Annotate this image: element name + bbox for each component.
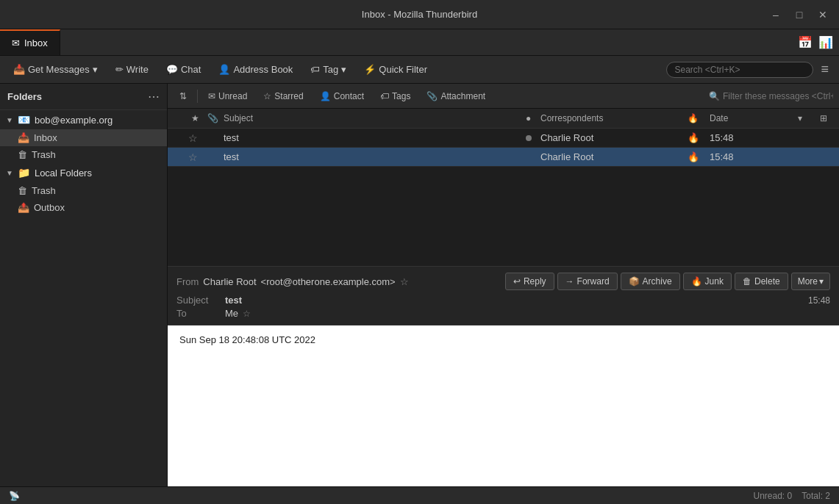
contact-filter-icon: 👤	[320, 91, 331, 101]
junk-button[interactable]: 🔥 Junk	[683, 273, 732, 290]
toolbar-divider-1	[197, 90, 198, 103]
junk-label: Junk	[705, 276, 724, 287]
unread-count: Unread: 0	[753, 491, 792, 501]
col-subject[interactable]: Subject	[221, 112, 523, 125]
write-button[interactable]: ✏ Write	[108, 61, 156, 78]
close-button[interactable]: ✕	[813, 4, 833, 25]
account-icon: 📧	[18, 114, 30, 126]
table-row[interactable]: ☆ test Charlie Root 🔥 15:48	[168, 129, 839, 148]
star-cell[interactable]: ☆	[188, 132, 204, 144]
inbox-folder-icon: 📥	[18, 132, 29, 143]
calendar-icon[interactable]: 📅	[798, 35, 813, 49]
from-email: <root@otherone.example.com>	[261, 276, 396, 287]
search-input[interactable]	[666, 62, 813, 78]
quick-filter-icon: ⚡	[364, 64, 376, 75]
address-book-button[interactable]: 👤 Address Book	[211, 61, 300, 78]
sidebar-menu-icon[interactable]: ⋯	[148, 90, 160, 104]
get-messages-button[interactable]: 📥 Get Messages ▾	[6, 61, 105, 78]
chat-button[interactable]: 💬 Chat	[159, 61, 208, 78]
local-folders-label: Local Folders	[35, 168, 92, 179]
inbox-folder-label: Inbox	[34, 132, 57, 143]
delete-button[interactable]: 🗑 Delete	[735, 273, 788, 290]
forward-icon: →	[565, 276, 574, 287]
email-detail-actions: From Charlie Root <root@otherone.example…	[176, 273, 830, 290]
col-date[interactable]: Date	[707, 112, 795, 125]
unread-filter-button[interactable]: ✉ Unread	[202, 89, 253, 104]
tags-filter-button[interactable]: 🏷 Tags	[374, 89, 416, 104]
attachment-cell	[204, 156, 221, 159]
total-count: Total: 2	[801, 491, 830, 501]
correspondent-cell: Charlie Root	[538, 131, 685, 145]
col-star[interactable]: ★	[188, 112, 204, 125]
tasks-icon[interactable]: 📊	[818, 35, 833, 49]
col-attachment[interactable]: 📎	[204, 112, 221, 125]
more-button[interactable]: More ▾	[791, 273, 830, 290]
sort-button[interactable]: ⇅	[174, 89, 193, 104]
sidebar-item-trash-local[interactable]: 🗑 Trash	[0, 182, 167, 199]
table-row[interactable]: ☆ test Charlie Root 🔥 15:48	[168, 148, 839, 167]
extra1-cell	[795, 137, 817, 140]
delete-label: Delete	[754, 276, 780, 287]
account-chevron-icon: ▼	[6, 116, 13, 124]
get-messages-dropdown-icon: ▾	[93, 64, 98, 75]
from-label: From	[176, 276, 199, 287]
archive-label: Archive	[643, 276, 672, 287]
to-star-icon[interactable]: ☆	[243, 309, 251, 319]
local-folders-icon: 📁	[18, 167, 30, 179]
maximize-button[interactable]: □	[789, 4, 810, 25]
archive-icon: 📦	[629, 276, 640, 287]
junk-icon: 🔥	[691, 276, 702, 287]
col-thread[interactable]	[174, 117, 188, 120]
toolbar-menu-button[interactable]: ≡	[816, 59, 833, 80]
sort-icon: ⇅	[179, 91, 187, 101]
more-label: More	[798, 276, 818, 287]
message-table-header: ★ 📎 Subject ● Correspondents 🔥 Date ▾ ⊞	[168, 109, 839, 129]
col-correspondents[interactable]: Correspondents	[538, 112, 685, 125]
quick-filter-button[interactable]: ⚡ Quick Filter	[357, 61, 435, 78]
col-dot[interactable]: ●	[523, 112, 538, 125]
junk-cell: 🔥	[685, 131, 707, 145]
write-icon: ✏	[115, 64, 124, 75]
subject-cell: test	[221, 131, 523, 145]
sidebar-item-trash-bob[interactable]: 🗑 Trash	[0, 146, 167, 163]
tab-inbox-label: Inbox	[24, 37, 48, 48]
email-to-row: To Me ☆	[176, 308, 830, 319]
star-cell[interactable]: ☆	[188, 151, 204, 163]
attachment-cell	[204, 137, 221, 140]
local-folders-chevron-icon: ▼	[6, 169, 13, 177]
tag-label: Tag	[323, 64, 338, 75]
sidebar-item-inbox[interactable]: 📥 Inbox	[0, 129, 167, 146]
reply-button[interactable]: ↩ Reply	[505, 273, 554, 290]
window-controls: – □ ✕	[765, 4, 833, 25]
from-star-icon[interactable]: ☆	[400, 276, 409, 287]
main-content: Folders ⋯ ▼ 📧 bob@example.org 📥 Inbox 🗑 …	[0, 84, 839, 486]
more-dropdown-icon: ▾	[819, 276, 824, 287]
attachment-filter-button[interactable]: 📎 Attachment	[421, 89, 491, 104]
starred-filter-button[interactable]: ☆ Starred	[257, 89, 309, 104]
account-bob[interactable]: ▼ 📧 bob@example.org	[0, 110, 167, 129]
titlebar: Inbox - Mozilla Thunderbird – □ ✕	[0, 0, 839, 29]
email-list-pane: ⇅ ✉ Unread ☆ Starred 👤 Contact 🏷 Tags	[168, 84, 839, 486]
status-right: Unread: 0 Total: 2	[753, 491, 830, 501]
col-junk[interactable]: 🔥	[685, 112, 707, 125]
starred-label: Starred	[274, 91, 303, 101]
tag-button[interactable]: 🏷 Tag ▾	[303, 61, 354, 78]
inbox-tab-icon: ✉	[12, 37, 20, 48]
sidebar-item-outbox[interactable]: 📤 Outbox	[0, 199, 167, 216]
minimize-button[interactable]: –	[765, 4, 786, 25]
email-body: Sun Sep 18 20:48:08 UTC 2022	[168, 325, 839, 486]
contact-filter-button[interactable]: 👤 Contact	[314, 89, 370, 104]
trash-folder-label: Trash	[32, 149, 56, 160]
from-name: Charlie Root	[203, 276, 256, 287]
tab-inbox[interactable]: ✉ Inbox	[0, 29, 60, 55]
local-folders-group[interactable]: ▼ 📁 Local Folders	[0, 163, 167, 182]
message-filter-box: 🔍	[709, 91, 833, 101]
chat-label: Chat	[181, 64, 201, 75]
search-area	[666, 62, 813, 78]
col-sort-arrow[interactable]: ▾	[795, 112, 817, 125]
archive-button[interactable]: 📦 Archive	[621, 273, 680, 290]
forward-button[interactable]: → Forward	[557, 273, 618, 290]
col-options[interactable]: ⊞	[817, 112, 833, 125]
message-filter-input[interactable]	[723, 91, 833, 101]
forward-label: Forward	[577, 276, 610, 287]
